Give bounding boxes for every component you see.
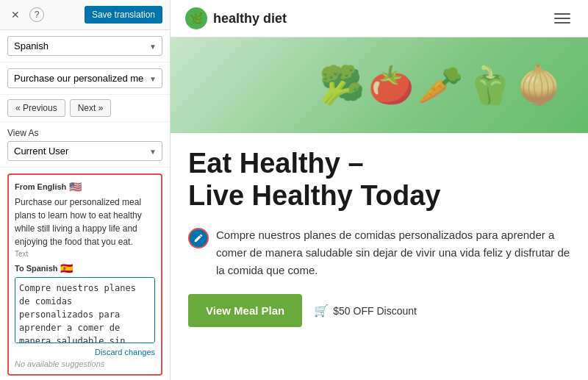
save-translation-button[interactable]: Save translation [85,6,162,24]
next-button[interactable]: Next » [70,99,112,117]
view-as-label: View As [7,128,162,138]
main-heading: Eat Healthy – Live Healthy Today [188,148,570,212]
from-label: From English 🇺🇸 [15,181,155,193]
language-section: Spanish ▼ [0,30,170,62]
post-section: Purchase our personalized meal plan... ▼ [0,62,170,95]
language-select[interactable]: Spanish [7,36,162,56]
view-meal-plan-button[interactable]: View Meal Plan [188,294,302,327]
no-suggestions-text: No available suggestions [15,359,155,368]
edit-icon-circle[interactable] [188,228,209,248]
from-label-text: From English [15,182,66,191]
source-type-label: Text [15,250,155,258]
logo-icon: 🌿 [185,7,207,29]
translated-block: Compre nuestros planes de comidas person… [188,226,570,279]
post-select[interactable]: Purchase our personalized meal plan... [7,68,162,88]
textarea-actions: Discard changes [15,348,155,356]
hero-background: 🥦🍅🥕🫑🧅 [171,37,588,133]
view-as-select[interactable]: Current User [7,141,162,161]
previous-button[interactable]: « Previous [7,99,65,117]
close-button[interactable]: ✕ [7,7,24,23]
site-name: healthy diet [213,11,287,26]
logo-emoji: 🌿 [189,12,204,26]
discount-text: $50 OFF Discount [333,305,417,317]
hamburger-line-1 [554,13,570,15]
us-flag: 🇺🇸 [69,181,82,193]
language-select-wrapper: Spanish ▼ [7,36,162,56]
translated-body-text: Compre nuestros planes de comidas person… [216,226,570,279]
left-panel: ✕ ? Save translation Spanish ▼ Purchase … [0,0,171,380]
hamburger-menu[interactable] [551,10,573,26]
top-bar: ✕ ? Save translation [0,0,170,30]
es-flag: 🇪🇸 [60,262,73,274]
nav-buttons: « Previous Next » [0,95,170,122]
to-label: To Spanish 🇪🇸 [15,262,155,274]
source-text: Purchase our personalized meal plans to … [15,196,155,248]
cart-icon: 🛒 [314,304,329,318]
to-label-text: To Spanish [15,264,57,273]
view-as-section: View As Current User ▼ [0,122,170,168]
discard-changes-link[interactable]: Discard changes [95,348,155,356]
heading-line-2: Live Healthy Today [188,180,441,211]
discount-badge: 🛒 $50 OFF Discount [314,304,417,318]
heading-line-1: Eat Healthy – [188,148,364,179]
content-area: Eat Healthy – Live Healthy Today Compre … [171,133,588,380]
edit-icon [193,233,204,243]
help-button[interactable]: ? [29,7,44,22]
hamburger-line-3 [554,22,570,24]
site-header: 🌿 healthy diet [171,0,588,37]
hamburger-line-2 [554,18,570,19]
post-select-wrapper: Purchase our personalized meal plan... ▼ [7,68,162,88]
right-panel: 🌿 healthy diet 🥦🍅🥕🫑🧅 Eat Healthy – Live … [171,0,588,380]
hero-section: 🥦🍅🥕🫑🧅 [171,37,588,133]
translation-box: From English 🇺🇸 Purchase our personalize… [7,173,162,376]
view-as-select-wrapper: Current User ▼ [7,141,162,161]
site-logo: 🌿 healthy diet [185,7,287,29]
hero-vegetables: 🥦🍅🥕🫑🧅 [295,37,588,133]
translation-textarea[interactable] [15,277,155,343]
action-row: View Meal Plan 🛒 $50 OFF Discount [188,294,570,327]
